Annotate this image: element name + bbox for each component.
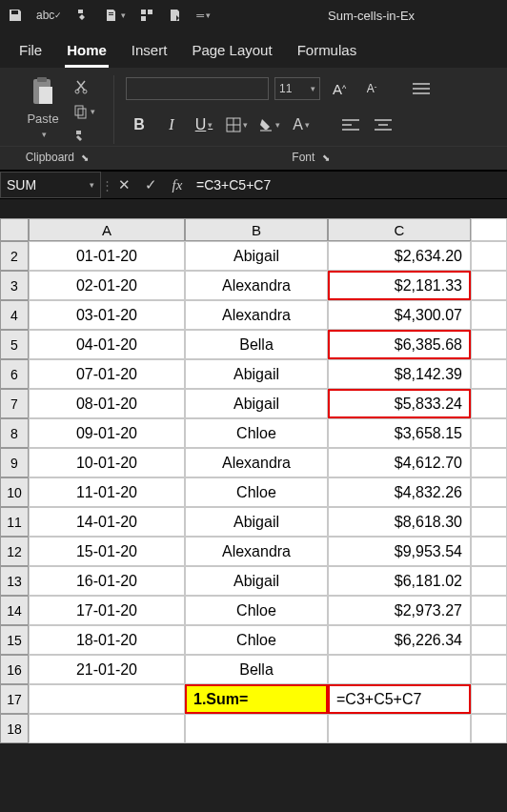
print-icon[interactable]: [168, 8, 183, 23]
cell[interactable]: 11-01-20: [29, 477, 185, 507]
chevron-down-icon[interactable]: ▾: [311, 84, 315, 93]
cell[interactable]: $3,658.15: [328, 418, 471, 448]
font-name-select[interactable]: [126, 77, 269, 100]
row-header[interactable]: 18: [0, 714, 29, 743]
cell[interactable]: Alexandra: [185, 537, 328, 566]
row-header[interactable]: 9: [0, 448, 29, 477]
decrease-font-icon[interactable]: Aˇ: [358, 75, 385, 102]
cell[interactable]: [185, 714, 328, 743]
cell[interactable]: Alexandra: [185, 271, 328, 300]
row-header[interactable]: 2: [0, 241, 29, 271]
row-header[interactable]: 5: [0, 330, 29, 359]
italic-button[interactable]: I: [158, 112, 185, 138]
row-header[interactable]: 12: [0, 537, 29, 566]
cell[interactable]: 18-01-20: [29, 625, 185, 655]
export-icon[interactable]: ▾: [104, 8, 126, 23]
cell[interactable]: Abigail: [185, 566, 328, 596]
cell[interactable]: 10-01-20: [29, 448, 185, 477]
chevron-down-icon[interactable]: ▾: [42, 130, 47, 139]
cell[interactable]: 02-01-20: [29, 271, 185, 300]
tab-home[interactable]: Home: [65, 36, 109, 68]
cell[interactable]: $5,833.24: [328, 389, 471, 418]
cell[interactable]: 07-01-20: [29, 359, 185, 389]
row-header[interactable]: 17: [0, 684, 29, 714]
cut-icon[interactable]: [73, 79, 95, 94]
row-header[interactable]: 8: [0, 418, 29, 448]
row-header[interactable]: 13: [0, 566, 29, 596]
copy-icon[interactable]: ▾: [73, 104, 95, 119]
column-header[interactable]: A: [29, 218, 185, 241]
cell[interactable]: $8,618.30: [328, 507, 471, 537]
tab-file[interactable]: File: [17, 36, 44, 68]
cell[interactable]: Chloe: [185, 418, 328, 448]
format-painter-icon[interactable]: [73, 129, 95, 144]
cell[interactable]: 14-01-20: [29, 507, 185, 537]
enter-formula-icon[interactable]: ✓: [137, 176, 164, 193]
cell[interactable]: 09-01-20: [29, 418, 185, 448]
align-icon[interactable]: [408, 75, 435, 102]
name-box[interactable]: SUM ▾: [0, 172, 101, 198]
filter-icon[interactable]: [139, 8, 154, 23]
cell[interactable]: [328, 714, 471, 743]
cell[interactable]: Alexandra: [185, 448, 328, 477]
spellcheck-icon[interactable]: abc✓: [36, 9, 62, 22]
cell[interactable]: $6,385.68: [328, 330, 471, 359]
cell[interactable]: Abigail: [185, 389, 328, 418]
row-header[interactable]: 6: [0, 359, 29, 389]
row-header[interactable]: 16: [0, 655, 29, 684]
cell[interactable]: $4,300.07: [328, 300, 471, 330]
cancel-formula-icon[interactable]: ✕: [111, 176, 137, 193]
cell[interactable]: 04-01-20: [29, 330, 185, 359]
underline-button[interactable]: U▾: [191, 112, 217, 138]
cell[interactable]: $4,612.70: [328, 448, 471, 477]
cell[interactable]: Alexandra: [185, 300, 328, 330]
align-center-icon[interactable]: [370, 112, 396, 138]
tab-insert[interactable]: Insert: [130, 36, 170, 68]
row-header[interactable]: 14: [0, 596, 29, 625]
fx-icon[interactable]: fx: [164, 177, 191, 193]
paste-button[interactable]: Paste ▾: [18, 75, 68, 144]
cell[interactable]: Abigail: [185, 359, 328, 389]
select-all-corner[interactable]: [0, 218, 29, 241]
font-size-select[interactable]: 11 ▾: [274, 77, 320, 100]
cell[interactable]: 08-01-20: [29, 389, 185, 418]
cell[interactable]: 17-01-20: [29, 596, 185, 625]
format-painter-icon[interactable]: [75, 8, 91, 23]
cell[interactable]: Bella: [185, 330, 328, 359]
cell[interactable]: =C3+C5+C7: [328, 684, 471, 714]
cell[interactable]: $2,973.27: [328, 596, 471, 625]
cell[interactable]: $8,142.39: [328, 359, 471, 389]
font-color-button[interactable]: A▾: [288, 112, 314, 138]
tab-formulas[interactable]: Formulas: [295, 36, 359, 68]
spreadsheet-grid[interactable]: A B C 201-01-20Abigail$2,634.20302-01-20…: [0, 218, 507, 743]
cell[interactable]: Bella: [185, 655, 328, 684]
cell[interactable]: $2,634.20: [328, 241, 471, 271]
dialog-launcher-icon[interactable]: ⬊: [81, 152, 89, 163]
cell[interactable]: $9,953.54: [328, 537, 471, 566]
cell[interactable]: [29, 714, 185, 743]
cell[interactable]: 15-01-20: [29, 537, 185, 566]
cell[interactable]: 01-01-20: [29, 241, 185, 271]
cell[interactable]: 03-01-20: [29, 300, 185, 330]
tab-page-layout[interactable]: Page Layout: [190, 36, 274, 68]
cell[interactable]: [328, 655, 471, 684]
borders-button[interactable]: ▾: [223, 112, 250, 138]
row-header[interactable]: 11: [0, 507, 29, 537]
chevron-down-icon[interactable]: ▾: [90, 180, 94, 190]
cell[interactable]: $2,181.33: [328, 271, 471, 300]
cell[interactable]: $6,181.02: [328, 566, 471, 596]
cell[interactable]: 1.Sum=: [185, 684, 328, 714]
cell[interactable]: 16-01-20: [29, 566, 185, 596]
cell[interactable]: [29, 684, 185, 714]
bold-button[interactable]: B: [126, 112, 152, 138]
cell[interactable]: Abigail: [185, 507, 328, 537]
cell[interactable]: Chloe: [185, 596, 328, 625]
column-header[interactable]: B: [185, 218, 328, 241]
customize-qat-icon[interactable]: ═▾: [196, 10, 211, 21]
row-header[interactable]: 4: [0, 300, 29, 330]
row-header[interactable]: 7: [0, 389, 29, 418]
column-header[interactable]: C: [328, 218, 471, 241]
cell[interactable]: Chloe: [185, 477, 328, 507]
cell[interactable]: Chloe: [185, 625, 328, 655]
cell[interactable]: $6,226.34: [328, 625, 471, 655]
